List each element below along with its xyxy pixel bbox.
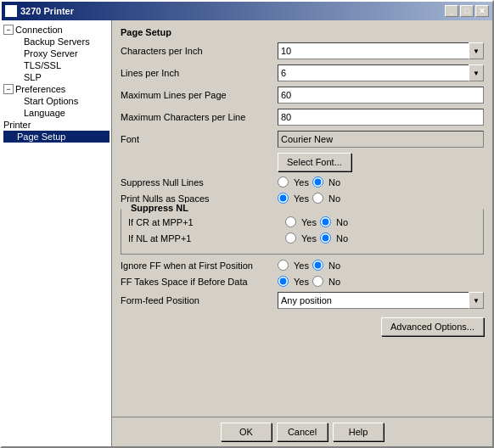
language-label: Language <box>24 108 65 118</box>
sidebar: Connection Backup Servers Proxy Server T… <box>2 20 112 446</box>
if-cr-yes-label: Yes <box>301 217 317 227</box>
connection-expand[interactable] <box>3 25 14 35</box>
suppress-nl-group: Suppress NL If CR at MPP+1 Yes No I <box>121 209 484 255</box>
ignore-ff-yes-label: Yes <box>294 260 309 271</box>
proxy-server-label: Proxy Server <box>24 48 78 59</box>
suppress-nl-title: Suppress NL <box>128 203 191 213</box>
if-cr-row: If CR at MPP+1 Yes No <box>128 216 476 227</box>
form-feed-control: Any position ▼ <box>278 292 484 309</box>
lines-per-inch-select[interactable]: 6 <box>278 64 484 81</box>
advanced-options-row: Advanced Options... <box>121 314 484 338</box>
max-lines-input[interactable] <box>278 87 484 104</box>
suppress-null-no-label: No <box>328 177 340 188</box>
ignore-ff-no-radio[interactable] <box>312 260 323 271</box>
ff-takes-no-label: No <box>328 277 340 287</box>
start-options-label: Start Options <box>24 96 78 106</box>
if-nl-row: If NL at MPP+1 Yes No <box>128 232 476 244</box>
print-nulls-yes-radio[interactable] <box>278 193 289 204</box>
max-chars-control <box>278 109 484 126</box>
lines-per-inch-label: Lines per Inch <box>121 68 278 78</box>
suppress-null-no-radio[interactable] <box>312 176 323 188</box>
if-cr-control: Yes No <box>285 216 476 227</box>
ignore-ff-label: Ignore FF when at First Position <box>121 260 278 271</box>
title-buttons: _ □ ✕ <box>445 5 489 17</box>
ignore-ff-yes-radio[interactable] <box>278 260 289 271</box>
max-chars-input[interactable] <box>278 109 484 126</box>
print-nulls-no-radio[interactable] <box>312 193 323 204</box>
close-button[interactable]: ✕ <box>475 5 489 17</box>
form-feed-row: Form-feed Position Any position ▼ <box>121 292 484 309</box>
suppress-null-yes-label: Yes <box>294 177 309 188</box>
if-cr-no-radio[interactable] <box>320 216 331 227</box>
backup-servers-label: Backup Servers <box>24 36 90 47</box>
max-lines-label: Maximum Lines per Page <box>121 90 278 100</box>
sidebar-item-language[interactable]: Language <box>3 107 109 119</box>
sidebar-item-page-setup[interactable]: Page Setup <box>3 131 109 143</box>
chars-per-inch-control: 10 ▼ <box>278 42 484 59</box>
preferences-expand[interactable] <box>3 84 14 94</box>
max-lines-control <box>278 87 484 104</box>
select-font-row: Select Font... <box>121 153 484 171</box>
print-nulls-control: Yes No <box>278 193 484 204</box>
sidebar-item-preferences[interactable]: Preferences <box>3 83 109 95</box>
if-cr-label: If CR at MPP+1 <box>128 217 285 227</box>
minimize-button[interactable]: _ <box>445 5 458 17</box>
ff-takes-yes-radio[interactable] <box>278 276 289 287</box>
if-nl-yes-radio[interactable] <box>285 232 296 244</box>
sidebar-item-proxy-server[interactable]: Proxy Server <box>3 48 109 59</box>
sidebar-item-backup-servers[interactable]: Backup Servers <box>3 36 109 48</box>
if-nl-yes-label: Yes <box>301 233 317 244</box>
print-nulls-yes-label: Yes <box>294 193 309 204</box>
preferences-label: Preferences <box>15 84 65 94</box>
advanced-options-button[interactable]: Advanced Options... <box>381 317 484 336</box>
main-content: Page Setup Characters per Inch 10 ▼ <box>112 20 492 417</box>
font-row: Font <box>121 131 484 148</box>
main-window: 🖨 3270 Printer _ □ ✕ Connection Backup S… <box>0 0 494 448</box>
sidebar-item-tls-ssl[interactable]: TLS/SSL <box>3 59 109 71</box>
title-bar: 🖨 3270 Printer _ □ ✕ <box>2 2 492 20</box>
ff-takes-space-label: FF Takes Space if Before Data <box>121 277 278 287</box>
window-title: 3270 Printer <box>20 6 74 16</box>
max-chars-row: Maximum Characters per Line <box>121 109 484 126</box>
suppress-null-yes-radio[interactable] <box>278 176 289 188</box>
if-cr-yes-radio[interactable] <box>285 216 296 227</box>
chars-per-inch-row: Characters per Inch 10 ▼ <box>121 42 484 59</box>
slp-label: SLP <box>24 72 42 82</box>
ok-button[interactable]: OK <box>221 423 272 441</box>
chars-per-inch-label: Characters per Inch <box>121 46 278 56</box>
page-setup-label: Page Setup <box>17 132 66 142</box>
ff-takes-yes-label: Yes <box>294 277 309 287</box>
sidebar-item-slp[interactable]: SLP <box>3 71 109 83</box>
maximize-button[interactable]: □ <box>460 5 474 17</box>
printer-label: Printer <box>3 120 31 130</box>
if-nl-label: If NL at MPP+1 <box>128 233 285 244</box>
if-nl-no-label: No <box>336 233 348 244</box>
select-font-button[interactable]: Select Font... <box>278 153 351 171</box>
help-button[interactable]: Help <box>333 423 384 441</box>
sidebar-item-start-options[interactable]: Start Options <box>3 95 109 107</box>
if-nl-no-radio[interactable] <box>320 232 331 244</box>
connection-label: Connection <box>15 25 63 35</box>
tls-ssl-label: TLS/SSL <box>24 60 61 70</box>
if-nl-control: Yes No <box>285 232 476 244</box>
suppress-null-control: Yes No <box>278 176 484 188</box>
sidebar-item-connection[interactable]: Connection <box>3 24 109 36</box>
ff-takes-no-radio[interactable] <box>312 276 323 287</box>
font-label: Font <box>121 134 278 144</box>
window-icon: 🖨 <box>5 5 17 17</box>
sidebar-item-printer[interactable]: Printer <box>3 119 109 131</box>
lines-per-inch-control: 6 ▼ <box>278 64 484 81</box>
bottom-bar: OK Cancel Help <box>112 417 492 446</box>
max-chars-label: Maximum Characters per Line <box>121 112 278 122</box>
font-input[interactable] <box>278 131 484 148</box>
suppress-null-row: Suppress Null Lines Yes No <box>121 176 484 188</box>
form-feed-label: Form-feed Position <box>121 295 278 305</box>
cancel-button[interactable]: Cancel <box>277 423 328 441</box>
font-control <box>278 131 484 148</box>
chars-per-inch-select[interactable]: 10 <box>278 42 484 59</box>
form-feed-select[interactable]: Any position <box>278 292 484 309</box>
ignore-ff-no-label: No <box>328 260 340 271</box>
section-title: Page Setup <box>121 27 484 37</box>
print-nulls-label: Print Nulls as Spaces <box>121 193 278 204</box>
window-body: Connection Backup Servers Proxy Server T… <box>2 20 492 446</box>
